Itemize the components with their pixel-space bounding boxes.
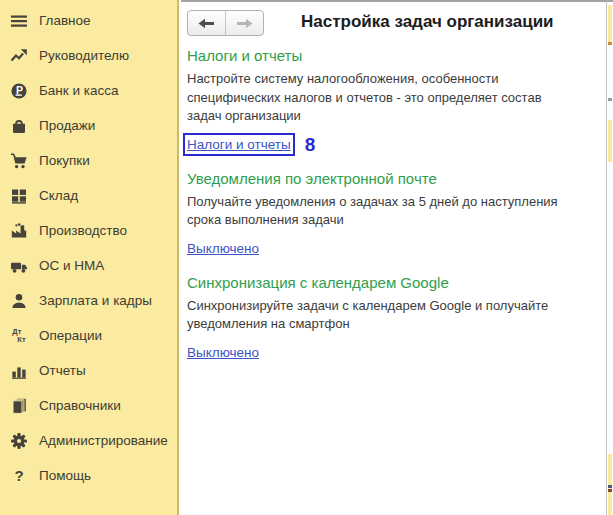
settings-section: Синхронизация с календарем Google Синхро… (187, 273, 606, 364)
sidebar-item-операции[interactable]: ДтКт Операции (0, 318, 177, 353)
cart-icon (9, 151, 29, 171)
sidebar-item-label: Главное (39, 13, 91, 28)
main-content: Настройка задач организации Налоги и отч… (181, 0, 606, 515)
section-description: Получайте уведомления о задачах за 5 дне… (187, 193, 572, 230)
truck-icon (9, 256, 29, 276)
right-edge-strip (606, 0, 613, 515)
sidebar-item-label: Зарплата и кадры (39, 293, 152, 308)
sidebar-item-label: Отчеты (39, 363, 86, 378)
right-edge-segment (608, 120, 612, 162)
sections-sidebar: Главное Руководителю Р Банк и касса Прод… (0, 0, 179, 515)
question-icon: ? (9, 466, 29, 486)
sidebar-item-label: Администрирование (39, 433, 168, 448)
sidebar-item-label: Банк и касса (39, 83, 119, 98)
page-title: Настройка задач организации (301, 12, 554, 32)
sidebar-item-label: Руководителю (39, 48, 129, 63)
right-edge-segment (608, 5, 612, 43)
settings-section: Уведомления по электронной почте Получай… (187, 169, 606, 260)
arrow-left-icon (198, 18, 215, 29)
right-edge-segment (608, 42, 612, 45)
sidebar-item-label: Операции (39, 328, 102, 343)
section-heading: Синхронизация с календарем Google (187, 273, 606, 293)
arrow-right-icon (236, 18, 253, 29)
sidebar-item-банк-и-касса[interactable]: Р Банк и касса (0, 73, 177, 108)
sidebar-item-label: Справочники (39, 398, 121, 413)
sidebar-item-покупки[interactable]: Покупки (0, 143, 177, 178)
section-link-уведомления-по-электронной-почте[interactable]: Выключено (187, 241, 259, 256)
forward-button[interactable] (225, 11, 263, 35)
right-edge-segment (608, 489, 612, 492)
sidebar-item-главное[interactable]: Главное (0, 3, 177, 38)
right-edge-segment (608, 98, 612, 101)
settings-sections: Налоги и отчеты Настройте систему налого… (187, 46, 606, 364)
section-description: Настройте систему налогообложения, особе… (187, 70, 572, 126)
back-button[interactable] (188, 11, 225, 35)
sidebar-item-label: ОС и НМА (39, 258, 104, 273)
books-icon (9, 396, 29, 416)
sidebar-item-зарплата-и-кадры[interactable]: Зарплата и кадры (0, 283, 177, 318)
section-link-синхронизация-с-календарем-google[interactable]: Выключено (187, 345, 259, 360)
dtkt-icon: ДтКт (9, 326, 29, 346)
sidebar-item-склад[interactable]: Склад (0, 178, 177, 213)
annotation-badge: 8 (305, 135, 316, 155)
bar-chart-icon (9, 361, 29, 381)
blocks-icon (9, 186, 29, 206)
trend-icon (9, 46, 29, 66)
sidebar-item-label: Продажи (39, 118, 95, 133)
sidebar-item-продажи[interactable]: Продажи (0, 108, 177, 143)
person-icon (9, 291, 29, 311)
sidebar-item-справочники[interactable]: Справочники (0, 388, 177, 423)
sidebar-item-отчеты[interactable]: Отчеты (0, 353, 177, 388)
right-edge-segment (608, 485, 612, 488)
section-heading: Уведомления по электронной почте (187, 169, 606, 189)
sidebar-item-label: Покупки (39, 153, 90, 168)
section-description: Синхронизируйте задачи с календарем Goog… (187, 297, 572, 334)
svg-text:Р: Р (16, 84, 23, 96)
section-heading: Налоги и отчеты (187, 46, 606, 66)
app-window: Главное Руководителю Р Банк и касса Прод… (0, 0, 613, 515)
sidebar-item-ос-и-нма[interactable]: ОС и НМА (0, 248, 177, 283)
sidebar-item-label: Производство (39, 223, 127, 238)
gear-icon (9, 431, 29, 451)
sidebar-item-label: Помощь (39, 468, 91, 483)
sidebar-item-label: Склад (39, 188, 78, 203)
factory-icon (9, 221, 29, 241)
sidebar-item-помощь[interactable]: ? Помощь (0, 458, 177, 493)
sidebar-item-руководителю[interactable]: Руководителю (0, 38, 177, 73)
navigation-row: Настройка задач организации (187, 10, 606, 40)
menu-icon (9, 11, 29, 31)
ruble-icon: Р (9, 81, 29, 101)
section-link-налоги-и-отчеты[interactable]: Налоги и отчеты (187, 137, 291, 152)
settings-section: Налоги и отчеты Настройте систему налого… (187, 46, 606, 156)
sidebar-item-производство[interactable]: Производство (0, 213, 177, 248)
bag-icon (9, 116, 29, 136)
history-nav-group (187, 10, 264, 36)
sidebar-item-администрирование[interactable]: Администрирование (0, 423, 177, 458)
